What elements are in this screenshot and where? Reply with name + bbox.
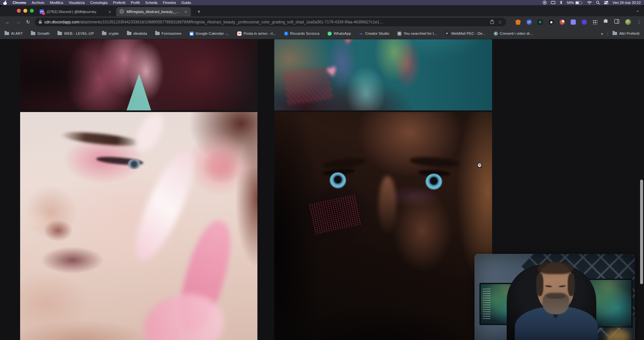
browser-menu-kebab-icon[interactable]: ⋮ xyxy=(637,19,641,25)
bookmark-label: Google Calendar -... xyxy=(196,31,229,35)
menu-visualizza[interactable]: Visualizza xyxy=(69,1,85,5)
new-tab-button[interactable]: + xyxy=(195,8,203,15)
menu-modifica[interactable]: Modifica xyxy=(50,1,63,5)
folder-icon xyxy=(31,32,35,35)
folder-icon xyxy=(102,32,106,35)
bookmark-label: Creator Studio xyxy=(365,31,389,35)
menu-finestra[interactable]: Finestra xyxy=(163,1,176,5)
apps-grid-icon[interactable] xyxy=(593,20,597,24)
folder-icon xyxy=(127,32,131,35)
folder-icon xyxy=(5,32,9,35)
bookmark-folder-idealista[interactable]: idealista xyxy=(127,31,147,35)
menu-app-chrome[interactable]: Chrome xyxy=(13,1,26,5)
tab-discord[interactable]: (2762) Discord | @Midjourney × xyxy=(36,7,115,16)
back-button[interactable]: ← xyxy=(5,19,10,25)
other-bookmarks-folder[interactable]: Altri Preferiti xyxy=(613,31,639,35)
menubar-status: 56% Ven 24 mar 20:22 xyxy=(543,1,641,5)
wifi-icon[interactable] xyxy=(587,1,592,5)
heart-shape: ♥ xyxy=(343,39,353,47)
menubar-clock[interactable]: Ven 24 mar 20:22 xyxy=(613,1,641,5)
extensions-row: N ⋮ xyxy=(515,19,641,25)
menu-cronologia[interactable]: Cronologia xyxy=(90,1,107,5)
page-scrollbar-thumb[interactable] xyxy=(640,180,643,284)
extensions-puzzle-icon[interactable] xyxy=(603,19,608,25)
bookmark-label: You searched for I... xyxy=(403,31,437,35)
bookmark-label: Posta in arrivo - ri... xyxy=(243,31,276,35)
bookmark-star-icon[interactable]: ☆ xyxy=(498,19,502,25)
discord-favicon xyxy=(40,9,44,14)
menubar-menus: Chrome Archivio Modifica Visualizza Cron… xyxy=(3,1,191,5)
paint-detail xyxy=(409,156,460,169)
menu-archivio[interactable]: Archivio xyxy=(32,1,44,5)
fullscreen-window-button[interactable] xyxy=(30,9,34,13)
bookmark-facebook-profile[interactable]: fRiccardo Scrocca xyxy=(284,31,319,36)
bookmark-folder-crypto[interactable]: crypto xyxy=(102,31,118,35)
address-bar[interactable]: cdn.discordapp.com /attachments/10135123… xyxy=(35,18,506,26)
bookmark-label: Converti i video di... xyxy=(500,31,533,35)
battery-indicator[interactable]: 56% xyxy=(567,1,583,5)
bookmark-webmail-pec[interactable]: WebMail PEC - De... xyxy=(445,31,486,36)
close-window-button[interactable] xyxy=(17,9,21,13)
search-icon[interactable] xyxy=(596,1,600,5)
image-quadrant-top-left xyxy=(20,39,257,110)
paint-detail xyxy=(60,130,141,148)
extension-n-icon[interactable]: N xyxy=(538,19,543,25)
tab-image-active[interactable]: MRregista_Abstract_beauty._… × xyxy=(116,7,191,16)
extension-lavender-icon[interactable] xyxy=(571,19,576,25)
extension-dark-icon[interactable] xyxy=(549,19,554,25)
tab-search-chevron-icon[interactable]: ⌄ xyxy=(636,8,639,13)
screen: Chrome Archivio Modifica Visualizza Cron… xyxy=(0,0,644,340)
bookmark-you-searched[interactable]: You searched for I... xyxy=(397,31,437,36)
extension-purple-icon[interactable] xyxy=(582,19,587,25)
webcam-vignette xyxy=(475,254,635,340)
bookmark-folder-web-level-up[interactable]: WEB - LEVEL-UP xyxy=(57,31,94,35)
facebook-icon: f xyxy=(284,31,288,36)
tab-close-icon[interactable]: × xyxy=(108,10,112,14)
control-center-icon[interactable] xyxy=(604,1,608,4)
tab-close-icon[interactable]: × xyxy=(184,10,188,14)
minimize-window-button[interactable] xyxy=(23,9,27,13)
paint-detail xyxy=(283,66,333,105)
bookmark-converti-video[interactable]: Converti i video di... xyxy=(494,31,533,36)
bookmark-label: Riccardo Scrocca xyxy=(290,31,319,35)
bookmark-label: WebMail PEC - De... xyxy=(451,31,486,35)
generic-favicon xyxy=(397,31,402,36)
extension-fox-icon[interactable] xyxy=(515,19,521,25)
bookmark-google-calendar[interactable]: Google Calendar -... xyxy=(190,31,229,36)
image-quadrant-bottom-left-face xyxy=(20,112,257,340)
bluetooth-icon[interactable] xyxy=(560,1,563,5)
bookmark-label: Formazione xyxy=(162,31,181,35)
extension-blue-icon[interactable] xyxy=(526,19,532,25)
bookmark-folder-growth[interactable]: Growth xyxy=(31,31,49,35)
bookmark-folder-formazione[interactable]: Formazione xyxy=(155,31,181,35)
bookmark-folder-ai-art[interactable]: AI ART xyxy=(5,31,23,35)
forward-button[interactable]: → xyxy=(16,19,20,25)
menu-scheda[interactable]: Scheda xyxy=(145,1,157,5)
menu-preferiti[interactable]: Preferiti xyxy=(113,1,125,5)
paint-detail xyxy=(130,112,168,156)
profile-avatar[interactable] xyxy=(625,19,631,25)
menu-profili[interactable]: Profili xyxy=(131,1,140,5)
image-quadrant-bottom-right-face xyxy=(274,112,492,340)
side-panel-icon[interactable] xyxy=(614,19,619,25)
bookmarks-overflow-chevron[interactable]: » xyxy=(601,31,603,36)
display-icon[interactable] xyxy=(551,1,555,5)
menu-guida[interactable]: Guida xyxy=(181,1,191,5)
apple-logo-icon[interactable] xyxy=(3,1,7,5)
bookmark-label: Altri Preferiti xyxy=(619,31,639,35)
globe-favicon xyxy=(119,9,124,14)
tab-discord-title: (2762) Discord | @Midjourney xyxy=(47,10,105,14)
nav-buttons: ← → ↻ xyxy=(5,19,30,25)
extension-red-icon[interactable] xyxy=(560,19,565,25)
reload-button[interactable]: ↻ xyxy=(26,19,30,25)
bookmark-label: Growth xyxy=(37,31,49,35)
discord-image-attachment[interactable]: ♥ ♥ xyxy=(0,39,644,340)
bookmark-whatsapp[interactable]: WhatsApp xyxy=(328,31,351,36)
screen-recording-icon[interactable] xyxy=(543,1,547,5)
share-icon[interactable] xyxy=(490,19,494,25)
converter-favicon xyxy=(494,31,498,36)
bookmark-creator-studio[interactable]: ∞Creator Studio xyxy=(359,31,389,36)
chrome-window: (2762) Discord | @Midjourney × MRregista… xyxy=(0,5,644,340)
tab-strip: (2762) Discord | @Midjourney × MRregista… xyxy=(0,5,644,16)
bookmark-gmail-inbox[interactable]: MPosta in arrivo - ri... xyxy=(237,31,276,36)
